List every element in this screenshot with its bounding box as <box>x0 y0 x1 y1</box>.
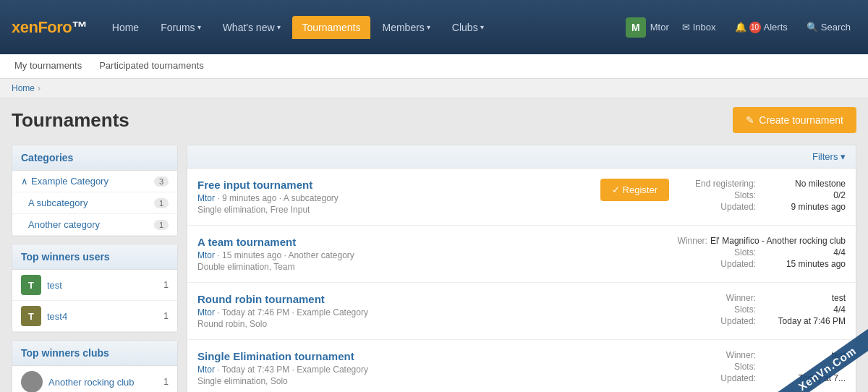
nav-whats-new[interactable]: What's new ▾ <box>213 16 291 39</box>
breadcrumb: Home › <box>0 79 868 98</box>
top-winners-users-box: Top winners users T test 1 T test4 1 <box>12 244 178 333</box>
list-header: Filters ▾ <box>187 145 856 169</box>
club-item-rocking[interactable]: Another rocking club 1 <box>12 366 177 392</box>
user-item-test4[interactable]: T test4 1 <box>12 301 177 332</box>
slots-label-4: Slots: <box>676 362 756 372</box>
logo-part2: Foro <box>38 18 72 36</box>
tournament-list: Filters ▾ Free input tournament Mtor · 9… <box>187 145 856 392</box>
edit-icon: ✎ <box>746 114 754 126</box>
user-item-test[interactable]: T test 1 <box>12 270 177 301</box>
tournament-type-1: Single elimination, Free Input <box>197 205 593 215</box>
top-winners-clubs-box: Top winners clubs Another rocking club 1 <box>12 340 178 392</box>
tournament-meta-2: Mtor · 15 minutes ago · Another category <box>197 250 621 260</box>
nav-members[interactable]: Members ▾ <box>372 16 440 39</box>
user-name-test: test <box>47 280 158 291</box>
updated-value-3: Today at 7:46 PM <box>759 316 846 326</box>
stat-slots-1: Slots: 0/2 <box>676 190 846 200</box>
stat-winner-4: Winner: test <box>676 350 846 360</box>
stat-updated-4: Updated: Today at 7... <box>676 373 846 383</box>
tournament-meta-3: Mtor · Today at 7:46 PM · Example Catego… <box>197 307 669 318</box>
inbox-label: Inbox <box>693 22 716 33</box>
tournament-info-1: Free input tournament Mtor · 9 minutes a… <box>197 179 593 215</box>
category-example[interactable]: ∧ Example Category 3 <box>12 171 177 192</box>
tournament-time-4: Today at 7:43 PM <box>222 365 289 375</box>
tournament-item-round-robin: Round robin tournament Mtor · Today at 7… <box>187 283 856 340</box>
tournament-name-3[interactable]: Round robin tournament <box>197 293 669 305</box>
tournament-type-3: Round robin, Solo <box>197 319 669 329</box>
categories-box: Categories ∧ Example Category 3 A subcat… <box>12 145 178 237</box>
alerts-btn[interactable]: 🔔 10 Alerts <box>729 19 793 36</box>
user-icon-test: T <box>21 275 41 295</box>
tournament-author-3[interactable]: Mtor <box>197 307 215 318</box>
category-another[interactable]: Another category 1 <box>12 214 177 236</box>
sidebar: Categories ∧ Example Category 3 A subcat… <box>12 145 178 392</box>
members-caret: ▾ <box>427 23 430 31</box>
logo[interactable]: xenForo™ <box>12 18 88 37</box>
nav-clubs[interactable]: Clubs ▾ <box>442 16 494 39</box>
main-content: Tournaments ✎ Create tournament Categori… <box>0 98 868 392</box>
winner-value-4: test <box>759 350 846 360</box>
sub-navigation: My tournaments Participated tournaments <box>0 54 868 79</box>
tournament-time-2: 15 minutes ago <box>222 250 281 260</box>
slots-label-2: Slots: <box>676 247 756 257</box>
inbox-btn[interactable]: ✉ Inbox <box>676 19 722 35</box>
updated-label-2: Updated: <box>676 259 756 269</box>
end-reg-label: End registering: <box>676 179 756 189</box>
logo-part1: xen <box>12 18 38 36</box>
tournament-stats-1: End registering: No milestone Slots: 0/2… <box>676 179 846 213</box>
tournament-info-4: Single Elimination tournament Mtor · Tod… <box>197 350 669 386</box>
slots-label-3: Slots: <box>676 304 756 315</box>
winner-value-2: El' Magnifico - Another rocking club <box>710 236 846 246</box>
stat-slots-3: Slots: 4/4 <box>676 304 846 315</box>
updated-value-1: 9 minutes ago <box>759 202 846 212</box>
user-count-test4: 1 <box>163 311 169 321</box>
filters-button[interactable]: Filters ▾ <box>812 151 846 162</box>
page-header: Tournaments ✎ Create tournament <box>12 107 856 133</box>
collapse-icon: ∧ <box>21 176 28 187</box>
tournament-stats-3: Winner: test Slots: 4/4 Updated: Today a… <box>676 293 846 328</box>
user-count-test: 1 <box>163 280 169 290</box>
register-button-1[interactable]: ✓ Register <box>600 179 669 201</box>
updated-label-1: Updated: <box>676 202 756 212</box>
search-btn[interactable]: 🔍 Search <box>801 19 856 35</box>
tournament-name-1[interactable]: Free input tournament <box>197 179 593 191</box>
tournament-author-4[interactable]: Mtor <box>197 365 215 375</box>
another-category-name: Another category <box>28 219 100 230</box>
tournament-author-2[interactable]: Mtor <box>197 250 215 260</box>
tournament-cat-4: Example Category <box>297 365 368 375</box>
club-icon <box>21 371 43 392</box>
tournament-stats-2: Winner: El' Magnifico - Another rocking … <box>628 236 846 270</box>
sub-nav-participated[interactable]: Participated tournaments <box>96 54 207 78</box>
sub-nav-my-tournaments[interactable]: My tournaments <box>12 54 85 78</box>
tournament-time-3: Today at 7:46 PM <box>222 307 289 318</box>
winner-label-4: Winner: <box>676 350 756 360</box>
tournament-author-1[interactable]: Mtor <box>197 193 215 203</box>
category-subcategory[interactable]: A subcategory 1 <box>12 192 177 214</box>
tournament-name-4[interactable]: Single Elimination tournament <box>197 350 669 362</box>
nav-forums[interactable]: Forums ▾ <box>150 16 210 39</box>
slots-label-1: Slots: <box>676 190 756 200</box>
username: Mtor <box>650 22 669 33</box>
stat-updated-1: Updated: 9 minutes ago <box>676 202 846 212</box>
breadcrumb-separator: › <box>38 83 41 93</box>
breadcrumb-home[interactable]: Home <box>12 83 35 93</box>
stat-slots-4: Slots: <box>676 362 846 372</box>
user-menu[interactable]: M Mtor <box>626 17 669 38</box>
tournament-name-2[interactable]: A team tournament <box>197 236 621 248</box>
slots-value-4 <box>759 362 846 372</box>
nav-tournaments[interactable]: Tournaments <box>292 16 371 39</box>
bell-icon: 🔔 <box>735 22 746 33</box>
tournament-info-2: A team tournament Mtor · 15 minutes ago … <box>197 236 621 272</box>
create-tournament-label: Create tournament <box>759 114 843 126</box>
tournament-action-1: ✓ Register <box>600 179 669 201</box>
winner-label-2: Winner: <box>628 236 707 246</box>
create-tournament-button[interactable]: ✎ Create tournament <box>733 107 856 133</box>
tournament-type-4: Single elimination, Solo <box>197 376 669 386</box>
top-winners-clubs-title: Top winners clubs <box>12 341 177 366</box>
another-category-count: 1 <box>154 220 169 230</box>
nav-home[interactable]: Home <box>102 16 149 39</box>
tournament-stats-4: Winner: test Slots: Updated: Today at 7.… <box>676 350 846 385</box>
tournament-info-3: Round robin tournament Mtor · Today at 7… <box>197 293 669 329</box>
slots-value-3: 4/4 <box>759 304 846 315</box>
register-label-1: Register <box>623 184 658 195</box>
